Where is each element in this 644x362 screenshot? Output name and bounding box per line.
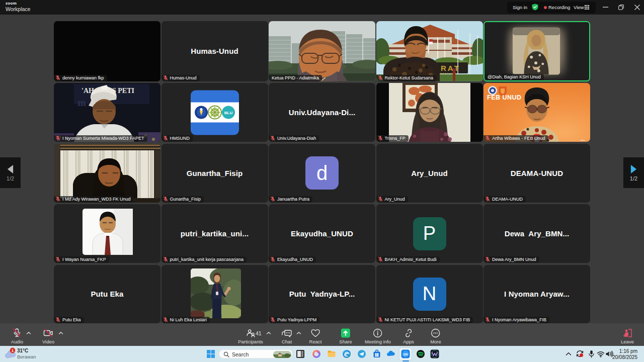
svg-text:FEB UNUD: FEB UNUD xyxy=(487,94,522,101)
svg-text:m: m xyxy=(77,97,86,108)
svg-text:1: 1 xyxy=(12,348,14,353)
svg-text:zm: zm xyxy=(403,352,408,356)
svg-text:...: ... xyxy=(581,136,585,142)
svg-text:BLU: BLU xyxy=(224,110,232,115)
